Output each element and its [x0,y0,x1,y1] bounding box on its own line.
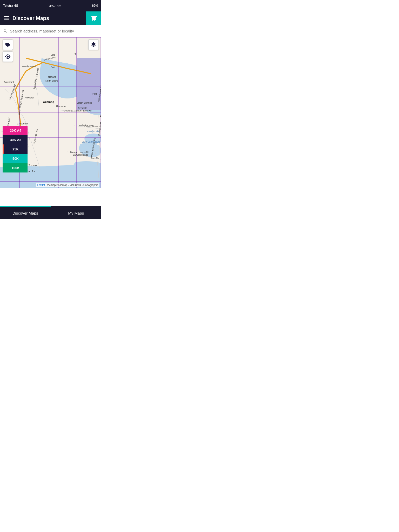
attribution-provider: | Vicmap Basemap - VicGrid94 - Cartograp… [46,184,98,187]
svg-text:Geelong: Geelong [43,100,54,103]
svg-text:Port: Port [92,92,97,95]
svg-text:Lake Connewarre: Lake Connewarre [82,141,100,143]
battery-label: 69% [92,4,98,8]
cart-button[interactable] [86,11,101,25]
leaflet-link[interactable]: Leaflet [37,184,45,187]
svg-text:Bellarine Hwy: Bellarine Hwy [79,124,94,127]
svg-text:North Shore: North Shore [45,79,58,82]
bottom-nav-mymaps[interactable]: My Maps [51,206,102,219]
svg-text:Clifton Springs: Clifton Springs [77,102,92,104]
gps-location-button[interactable] [3,51,13,62]
carrier-label: Telstra [3,4,13,8]
scale-legend: 30K A4 30K A3 25K 50K 100K [3,126,28,172]
svg-text:Geelong - Portarlington Rd: Geelong - Portarlington Rd [64,109,91,112]
scale-25k[interactable]: 25K [3,144,28,154]
bottom-nav: Discover Maps My Maps [0,206,101,219]
search-bar [0,25,101,37]
time-label: 3:52 pm [49,4,61,8]
svg-text:Lovely Banks: Lovely Banks [22,65,36,68]
menu-button[interactable] [4,16,9,20]
gps-icon [5,54,11,59]
svg-text:Barwon Heads: Barwon Heads [73,154,88,156]
bottom-nav-discover[interactable]: Discover Maps [0,206,51,219]
svg-text:Port Phi...: Port Phi... [91,157,101,159]
svg-text:Reedy Lake: Reedy Lake [87,130,99,133]
svg-text:Corio: Corio [51,66,56,69]
svg-text:Norlane: Norlane [48,76,56,78]
svg-text:Torquay: Torquay [29,164,37,167]
status-bar: Telstra 4G 3:52 pm 69% [0,0,101,11]
svg-text:Grovedale: Grovedale [17,122,28,125]
svg-text:Jan Juc: Jan Juc [27,170,36,172]
svg-text:Newtown: Newtown [25,96,34,99]
search-icon [3,29,8,34]
svg-text:Batesford: Batesford [4,81,14,83]
map-controls-right [88,39,99,50]
map-attribution: Leaflet | Vicmap Basemap - VicGrid94 - C… [36,183,99,187]
cart-icon [90,15,97,21]
victoria-location-button[interactable] [3,39,13,50]
navbar: Discover Maps [0,11,101,25]
scale-30k-a3[interactable]: 30K A3 [3,135,28,144]
search-input[interactable] [10,29,98,33]
layers-icon [90,42,97,48]
scale-30k-a4[interactable]: 30K A4 [3,126,28,135]
app-title: Discover Maps [12,15,49,21]
svg-text:Thomson: Thomson [56,105,66,108]
victoria-icon [5,42,11,47]
scale-50k[interactable]: 50K [3,154,28,163]
svg-text:Barwon Heads Rd: Barwon Heads Rd [70,151,89,154]
status-right: 69% [92,4,98,8]
svg-text:Leopold: Leopold [100,115,101,117]
svg-text:✈: ✈ [74,52,77,56]
map-container[interactable]: Lara ✈ Lovely Banks Corio Batesford Norl… [0,37,101,188]
layers-button[interactable] [88,39,99,50]
network-label: 4G [14,4,18,8]
svg-text:Drysdale: Drysdale [78,107,87,109]
map-controls-left [3,39,13,62]
svg-rect-4 [77,84,101,110]
scale-100k[interactable]: 100K [3,163,28,172]
status-left: Telstra 4G [3,4,18,8]
